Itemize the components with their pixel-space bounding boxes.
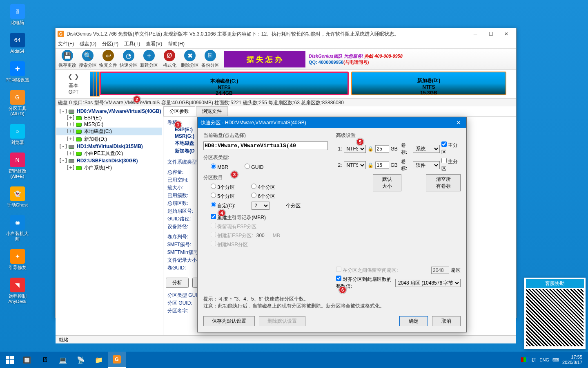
menu-文件(F)[interactable]: 文件(F)	[58, 40, 74, 47]
radio-3-partitions[interactable]: 3个分区	[211, 184, 235, 191]
checkbox-new-esp[interactable]: 创建新ESP分区:	[211, 232, 253, 239]
tray-ime-icon[interactable]: 拼	[532, 357, 536, 363]
tree-RD2:USBFlashDisk(30GB)[interactable]: [-] RD2:USBFlashDisk(30GB)	[56, 157, 162, 164]
reserved-partition-block[interactable]	[96, 72, 100, 96]
checkbox-create-msr[interactable]: 创建MSR分区	[211, 241, 248, 248]
tab-browse-files[interactable]: 浏览文件	[196, 106, 228, 116]
default-size-button[interactable]: 默认大小	[373, 174, 401, 191]
task-diskgenius-icon[interactable]: G	[108, 352, 126, 368]
radio-custom-partitions[interactable]: 自定(C):	[211, 202, 235, 209]
align-select[interactable]: 2048 扇区 (1048576 字节)	[395, 279, 461, 287]
window-title: DiskGenius V5.1.2.766 免费版(单文件PE版) 发现新版本 …	[67, 31, 399, 38]
task-monitor-icon[interactable]: 🖥	[36, 352, 54, 368]
taskbar: 🔲 🖥 💻 📡 📁 G 拼 ENG ⌨ 17:55 2020/8/17	[0, 352, 588, 368]
task-explorer-icon[interactable]: 📁	[90, 352, 108, 368]
svg-rect-3	[10, 360, 14, 364]
desktop-icon-分区工具
(Alt+D)[interactable]: G分区工具(Alt+D)	[4, 90, 31, 117]
tree-HD0:VMware,VMwareVirtualS(40GB)[interactable]: [-] HD0:VMware,VMwareVirtualS(40GB)	[56, 108, 162, 114]
toolbar-备份分区[interactable]: ⎘备份分区	[200, 49, 220, 69]
tree-小白系统(H:)[interactable]: [+] 小白系统(H:)	[56, 164, 162, 172]
primary-checkbox[interactable]: 主分区	[441, 158, 461, 172]
partition-新加卷(D:)[interactable]: 新加卷(D:)NTFS15.3GB	[351, 72, 506, 95]
toolbar-保存更改[interactable]: 💾保存更改	[57, 49, 78, 69]
tray-keyboard-icon[interactable]: ⌨	[552, 357, 559, 363]
menu-帮助(H)[interactable]: 帮助(H)	[168, 40, 185, 47]
menu-工具(T)[interactable]: 工具(T)	[124, 40, 140, 47]
label-select[interactable]: 软件	[413, 161, 440, 169]
radio-6-partitions[interactable]: 6个分区	[251, 193, 275, 200]
ok-button[interactable]: 确定	[399, 316, 428, 326]
toolbar-新建分区[interactable]: ＋新建分区	[139, 49, 159, 69]
label-select[interactable]: 系统	[413, 145, 440, 153]
primary-checkbox[interactable]: 主分区	[441, 141, 461, 156]
dialog-close-button[interactable]: ✕	[454, 119, 463, 126]
task-network-icon[interactable]: 📡	[72, 352, 90, 368]
title-bar[interactable]: G DiskGenius V5.1.2.766 免费版(单文件PE版) 发现新版…	[56, 28, 516, 40]
msr-partition-block[interactable]	[93, 72, 96, 96]
esp-partition-block[interactable]	[90, 72, 93, 96]
tree-MSR(G:)[interactable]: [+] MSR(G:)	[56, 121, 162, 128]
radio-guid[interactable]: GUID	[245, 164, 263, 170]
save-default-button[interactable]: 保存为默认设置	[203, 316, 255, 326]
minimize-button[interactable]: ─	[468, 29, 483, 38]
radio-5-partitions[interactable]: 5个分区	[211, 193, 235, 200]
size-input[interactable]	[375, 145, 389, 153]
tree-HD1:MsftVirtualDisk(315MB)[interactable]: [-] HD1:MsftVirtualDisk(315MB)	[56, 143, 162, 150]
radio-4-partitions[interactable]: 4个分区	[251, 184, 275, 191]
tab-partition-params[interactable]: 分区参数	[163, 106, 195, 116]
analyze-button[interactable]: 分析	[166, 278, 189, 288]
svg-rect-1	[10, 356, 14, 359]
dialog-title-bar[interactable]: 快速分区 - HD0:VMware,VMwareVirtualS(40GB) ✕	[198, 117, 466, 128]
cancel-button[interactable]: 取消	[432, 316, 461, 326]
checkbox-keep-esp[interactable]: 保留现有ESP分区	[211, 223, 256, 230]
desktop-icon-PE网络设置[interactable]: ✚PE网络设置	[4, 61, 31, 83]
fs-select[interactable]: NTFS	[344, 145, 366, 153]
toolbar-删除分区[interactable]: ✖删除分区	[180, 49, 200, 69]
clear-labels-button[interactable]: 清空所有卷标	[426, 174, 461, 191]
toolbar-快速分区[interactable]: ◔快速分区	[118, 49, 139, 69]
menu-磁盘(D)[interactable]: 磁盘(D)	[80, 40, 96, 47]
tree-ESP(E:)[interactable]: [+] ESP(E:)	[56, 114, 162, 121]
desktop-icon-浏览器[interactable]: ○浏览器	[4, 124, 31, 145]
maximize-button[interactable]: ☐	[483, 29, 499, 38]
menu-查看(V)[interactable]: 查看(V)	[146, 40, 162, 47]
detail-tabs: 分区参数 浏览文件	[163, 106, 516, 117]
desktop-icon-密码修改
(Alt+E)[interactable]: N密码修改(Alt+E)	[4, 153, 31, 179]
desktop-icon-此电脑[interactable]: 🖥此电脑	[4, 4, 31, 25]
close-button[interactable]: ✕	[499, 29, 514, 38]
disk-tree[interactable]: [-] HD0:VMware,VMwareVirtualS(40GB)[+] E…	[56, 106, 163, 335]
partition-side-info: ❮ ❯ 基本 GPT	[57, 72, 90, 96]
lock-icon[interactable]: 🔒	[368, 146, 374, 152]
lock-icon[interactable]: 🔒	[368, 162, 374, 168]
gap-input	[431, 267, 449, 274]
toolbar-搜索分区[interactable]: 🔍搜索分区	[78, 49, 98, 69]
tree-新加卷(D:)[interactable]: [+] 新加卷(D:)	[56, 135, 162, 143]
desktop-icon-小白装机大师[interactable]: ◉小白装机大师	[4, 215, 31, 242]
toolbar-恢复文件[interactable]: ↩恢复文件	[98, 49, 118, 69]
menu-分区(P)[interactable]: 分区(P)	[102, 40, 118, 47]
toolbar-格式化[interactable]: Ø格式化	[159, 49, 180, 69]
tray-clock[interactable]: 17:55 2020/8/17	[562, 355, 582, 365]
radio-mbr[interactable]: MBR	[211, 164, 228, 170]
current-disk-select[interactable]	[203, 141, 328, 150]
partition-本地磁盘(C:)[interactable]: 本地磁盘(C:)NTFS24.4GB	[100, 72, 349, 95]
desktop-icon-远程控制
AnyDesk[interactable]: ◥远程控制AnyDesk	[4, 278, 31, 304]
fs-select[interactable]: NTFS	[344, 161, 366, 169]
qr-code-icon	[526, 289, 584, 346]
start-button[interactable]	[2, 352, 18, 368]
desktop-icon-手动Ghost[interactable]: 👻手动Ghost	[4, 186, 31, 208]
tree-本地磁盘(C:)[interactable]: [+] 本地磁盘(C:)	[56, 128, 162, 135]
checkbox-gap[interactable]: 在分区之间保留空闲扇区:	[336, 267, 398, 274]
desktop-icon-引导修复[interactable]: ✦引导修复	[4, 249, 31, 270]
size-input[interactable]	[375, 162, 389, 169]
tray-lang[interactable]: ENG	[539, 357, 549, 362]
custom-count-select[interactable]: 2	[252, 202, 270, 210]
nav-arrows[interactable]: ❮ ❯	[59, 73, 88, 80]
marker-4: 4	[218, 209, 225, 217]
task-display-icon[interactable]: 💻	[54, 352, 72, 368]
tree-小白PE工具盘(X:)[interactable]: [+] 小白PE工具盘(X:)	[56, 150, 162, 157]
task-chip-icon[interactable]: 🔲	[18, 352, 36, 368]
desktop-icon-Aida64[interactable]: 64Aida64	[4, 33, 31, 54]
tray-flag-icon[interactable]	[521, 357, 528, 362]
marker-6: 6	[339, 286, 346, 294]
